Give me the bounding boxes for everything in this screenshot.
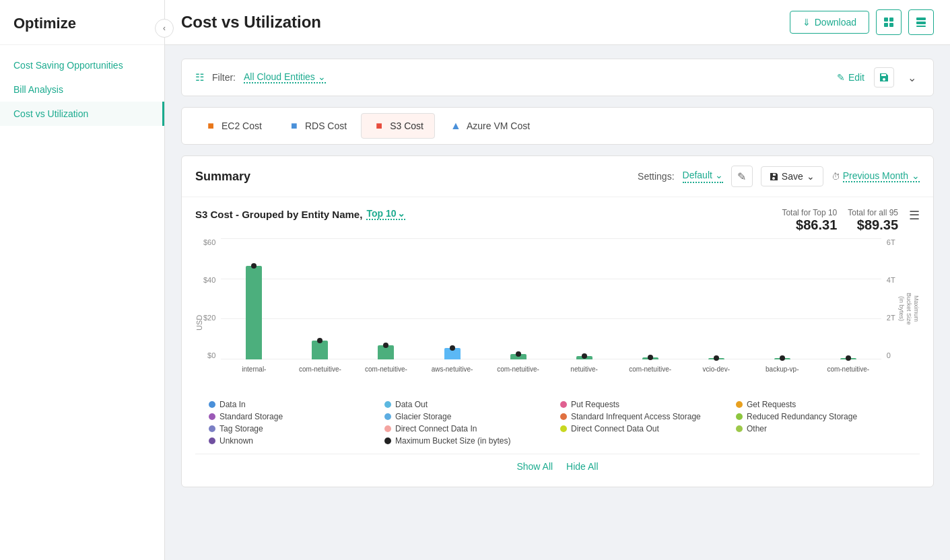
- bar-group[interactable]: com-netuitive-: [617, 238, 683, 359]
- tab-azure-vm-cost[interactable]: ▲ Azure VM Cost: [438, 113, 541, 139]
- filter-chevron-icon: ⌄: [318, 71, 326, 82]
- settings-chevron-icon: ⌄: [715, 170, 723, 180]
- sidebar-item-cost-utilization[interactable]: Cost vs Utilization: [0, 102, 164, 126]
- legend-color: [384, 438, 391, 444]
- svg-rect-6: [916, 26, 926, 27]
- hide-all-button[interactable]: Hide All: [566, 461, 598, 472]
- tab-rds-cost[interactable]: ■ RDS Cost: [276, 113, 358, 139]
- bar-dot: [780, 355, 785, 361]
- bar: [312, 341, 328, 359]
- settings-select[interactable]: Default ⌄: [683, 170, 723, 183]
- bar-dot: [516, 351, 521, 357]
- legend-item: Data In: [209, 400, 379, 409]
- bar-group[interactable]: com-netuitive-: [485, 238, 551, 359]
- legend-color: [384, 413, 391, 420]
- chart-title: S3 Cost - Grouped by Entity Name,: [195, 209, 362, 220]
- bar-dot: [648, 355, 653, 360]
- legend-label: Other: [747, 424, 767, 433]
- sidebar: Optimize ‹ Cost Saving Opportunities Bil…: [0, 0, 165, 560]
- previous-month-button[interactable]: Previous Month ⌄: [843, 170, 920, 182]
- legend-item: Get Requests: [736, 400, 906, 409]
- bar-label: com-netuitive-: [827, 365, 869, 373]
- sidebar-item-bill-analysis[interactable]: Bill Analysis: [0, 77, 164, 102]
- bar: [774, 358, 790, 359]
- total-top10: Total for Top 10 $86.31: [782, 208, 837, 233]
- bar: [840, 358, 856, 359]
- legend-label: Reduced Redundancy Storage: [747, 412, 857, 421]
- bar: [444, 348, 461, 359]
- bar: [246, 266, 262, 359]
- legend-item: Maximum Bucket Size (in bytes): [384, 436, 555, 446]
- edit-icon: ✎: [837, 72, 845, 83]
- main-content: Cost vs Utilization ⇓ Download: [165, 0, 950, 560]
- settings-edit-button[interactable]: ✎: [731, 166, 753, 187]
- total-all: Total for all 95 $89.35: [848, 208, 898, 233]
- bars-area: internal-com-netuitive-com-netuitive-aws…: [221, 238, 881, 359]
- page-header: Cost vs Utilization ⇓ Download: [165, 0, 950, 45]
- bar-label: com-netuitive-: [497, 365, 539, 373]
- bar-dot: [582, 353, 587, 359]
- legend-label: Data In: [219, 400, 246, 409]
- top10-selector[interactable]: Top 10 ⌄: [366, 208, 405, 220]
- bar-group[interactable]: com-netuitive-: [287, 238, 353, 359]
- bar-dot: [450, 345, 455, 351]
- legend-item: Other: [736, 424, 906, 433]
- bar-group[interactable]: internal-: [221, 238, 287, 359]
- chart-title-group: S3 Cost - Grouped by Entity Name, Top 10…: [195, 208, 405, 220]
- download-button[interactable]: ⇓ Download: [790, 11, 869, 34]
- legend-label: Direct Connect Data Out: [571, 424, 659, 433]
- bar-group[interactable]: aws-netuitive-: [419, 238, 485, 359]
- y-axis-max-label: MaximumBucket Size(in bytes): [895, 238, 920, 393]
- grid-view-button[interactable]: [876, 9, 902, 35]
- bar-label: com-netuitive-: [299, 365, 341, 373]
- legend-label: Get Requests: [747, 400, 796, 409]
- bar-group[interactable]: com-netuitive-: [353, 238, 419, 359]
- download-icon: ⇓: [803, 17, 811, 28]
- filter-select[interactable]: All Cloud Entities ⌄: [244, 71, 326, 83]
- chart-menu-icon[interactable]: ☰: [909, 208, 920, 223]
- filter-icon: ☷: [195, 71, 204, 83]
- period-selector: ⏱ Previous Month ⌄: [832, 170, 920, 182]
- bar: [510, 354, 527, 359]
- sidebar-item-cost-saving[interactable]: Cost Saving Opportunities: [0, 53, 164, 77]
- bar-group[interactable]: vcio-dev-: [683, 238, 749, 359]
- legend-color: [209, 438, 215, 444]
- edit-button[interactable]: ✎ Edit: [837, 72, 864, 83]
- app-title: Optimize: [0, 0, 164, 45]
- save-icon-button[interactable]: [874, 67, 894, 88]
- legend-item: Standard Storage: [209, 412, 379, 421]
- filter-expand-button[interactable]: ⌄: [904, 69, 920, 85]
- bar: [576, 356, 592, 359]
- svg-rect-4: [916, 18, 926, 20]
- bar-group[interactable]: com-netuitive-: [815, 238, 881, 359]
- bar-group[interactable]: backup-vp-: [749, 238, 815, 359]
- show-all-button[interactable]: Show All: [516, 461, 553, 472]
- filter-left: ☷ Filter: All Cloud Entities ⌄: [195, 71, 326, 83]
- layout-button[interactable]: [908, 9, 934, 35]
- tab-s3-cost[interactable]: ■ S3 Cost: [361, 113, 435, 139]
- legend-item: Put Requests: [560, 400, 731, 409]
- bar-group[interactable]: netuitive-: [551, 238, 617, 359]
- summary-controls: Settings: Default ⌄ ✎ Save ⌄ ⏱: [638, 166, 920, 187]
- show-hide-bar: Show All Hide All: [195, 454, 920, 479]
- summary-header: Summary Settings: Default ⌄ ✎ Save ⌄: [182, 156, 933, 197]
- legend-color: [560, 401, 567, 408]
- tab-ec2-cost[interactable]: ■ EC2 Cost: [193, 113, 273, 139]
- legend: Data InData OutPut RequestsGet RequestsS…: [195, 393, 920, 454]
- chart-container: S3 Cost - Grouped by Entity Name, Top 10…: [182, 197, 933, 487]
- bar: [708, 358, 724, 359]
- top10-chevron-icon: ⌄: [397, 208, 405, 219]
- legend-color: [209, 425, 215, 432]
- save-button[interactable]: Save ⌄: [761, 166, 823, 186]
- svg-rect-0: [884, 18, 888, 22]
- azure-icon: ▲: [449, 119, 463, 133]
- bar-dot: [251, 263, 257, 269]
- filter-bar: ☷ Filter: All Cloud Entities ⌄ ✎ Edit ⌄: [181, 59, 934, 96]
- legend-label: Data Out: [395, 400, 428, 409]
- sidebar-collapse-button[interactable]: ‹: [155, 19, 174, 38]
- page-title: Cost vs Utilization: [181, 13, 321, 32]
- svg-rect-2: [884, 23, 888, 27]
- layout-icon: [916, 17, 926, 28]
- legend-label: Maximum Bucket Size (in bytes): [395, 436, 510, 446]
- legend-label: Unknown: [219, 436, 253, 446]
